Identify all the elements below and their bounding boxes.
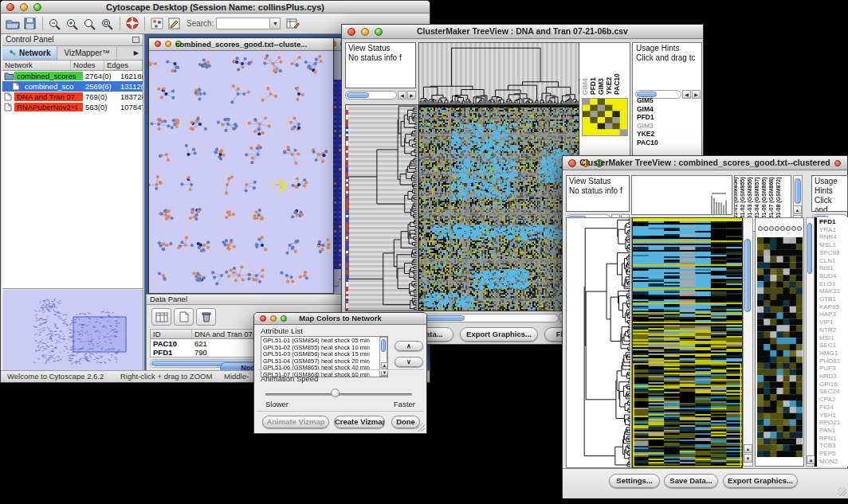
delete-attribute-icon[interactable] <box>196 308 216 326</box>
network-nodes: 2764(0) <box>83 72 118 80</box>
network-row[interactable]: RNAPuberNov2+I563(0)107847(0) <box>2 102 143 112</box>
gene-name: RPN1 <box>819 435 840 443</box>
zoom-in-icon[interactable] <box>64 16 81 32</box>
scroll-down-button[interactable]: ▼ <box>381 369 388 376</box>
treeview1-titlebar[interactable]: ClusterMaker TreeView : DNA and Tran 07-… <box>342 25 703 39</box>
zoom-fit-icon[interactable] <box>99 16 116 32</box>
search-input[interactable] <box>216 18 270 29</box>
heatmap-vscrollbar[interactable] <box>743 217 753 467</box>
scroll-left-button[interactable]: ◀ <box>398 91 406 100</box>
gene-name: PEP5 <box>819 450 840 458</box>
float-panel-icon[interactable] <box>132 37 139 43</box>
gene-name: MSL1 <box>819 241 840 249</box>
tab-network[interactable]: Network <box>2 46 57 60</box>
gene-name: PAN1 <box>819 427 840 435</box>
gene-name: PUF3 <box>819 365 840 373</box>
scroll-thumb[interactable] <box>807 223 812 274</box>
column-label: PAC10 <box>613 45 621 95</box>
column-dendrogram-area[interactable] <box>631 175 732 215</box>
document-icon <box>4 103 14 111</box>
table-options-icon[interactable] <box>151 308 171 326</box>
control-panel-title: Control Panel <box>6 35 54 44</box>
move-up-button[interactable]: ∧ <box>395 341 423 351</box>
treeview2-button-export-graphics-[interactable]: Export Graphics... <box>723 474 798 488</box>
network-list-header: Network Nodes Edges <box>2 61 143 71</box>
usage-hints-panel: Usage Hints Click and drag tc <box>634 43 701 88</box>
vizmapper-icon[interactable] <box>148 16 166 32</box>
document-icon <box>4 92 14 101</box>
move-down-button[interactable]: ∨ <box>395 357 423 367</box>
zoom-heatmap[interactable] <box>757 237 803 457</box>
scroll-up-button[interactable]: ▲ <box>793 205 802 214</box>
help-lifesaver-icon[interactable] <box>124 16 141 32</box>
gene-list-scrollbar[interactable] <box>806 217 815 467</box>
usage-hints-panel: Usage Hints Click and <box>811 175 848 212</box>
zoom-out-icon[interactable] <box>46 16 64 32</box>
cluster-matrix-thumbnail[interactable] <box>582 98 628 136</box>
scroll-left-button[interactable]: ◀ <box>682 90 691 99</box>
scroll-up-button[interactable]: ▲ <box>744 444 752 453</box>
network-tab-icon <box>9 49 17 57</box>
gene-name: SEC24 <box>819 388 840 396</box>
scroll-thumb[interactable] <box>795 178 801 204</box>
heatmap-view[interactable] <box>418 104 579 311</box>
attribute-listbox[interactable]: GPL51-01 (GSM854) heat shock 05 minGPL51… <box>261 336 388 377</box>
dialog-titlebar[interactable]: Map Colors to Network <box>254 313 426 325</box>
attribute-browser-icon[interactable] <box>284 16 301 32</box>
treeview2-title: ClusterMaker TreeView : combined_scores_… <box>563 158 847 167</box>
tab-vizmapper[interactable]: VizMapper™ <box>57 46 117 60</box>
treeview1-button-export-graphics-[interactable]: Export Graphics... <box>460 327 538 342</box>
network-row[interactable]: combined_sco2569(6)13112(15) <box>2 81 143 92</box>
network-row[interactable]: combined_scores2764(0)16218(0) <box>2 71 143 81</box>
slider-thumb[interactable] <box>331 389 340 397</box>
dialog-button-animate-vizmap: Animate Vizmap <box>262 416 329 428</box>
gene-name: YKE2 <box>637 130 658 139</box>
network-row[interactable]: DNA and Tran 07769(0)183728(0) <box>2 92 143 102</box>
search-dropdown[interactable]: ▼ <box>270 18 281 29</box>
document-icon <box>12 82 22 91</box>
column-dendrogram-marks <box>632 176 732 214</box>
gene-name: SPC98 <box>819 249 840 257</box>
gene-name: ELG1 <box>819 280 840 288</box>
status-welcome: Welcome to Cytoscape 2.6.2 <box>7 372 104 381</box>
zoom-selected-icon[interactable] <box>81 16 99 32</box>
control-panel: Control Panel Network VizMapper™ ▶ Netwo… <box>2 34 143 372</box>
gene-name: TCB3 <box>819 442 840 450</box>
scroll-right-button[interactable]: ▶ <box>407 91 416 100</box>
scroll-thumb[interactable] <box>744 239 751 312</box>
resize-grip[interactable] <box>838 487 846 496</box>
heatmap-hscrollbar[interactable]: ◀ ▶ <box>418 313 578 323</box>
view-status-scrollbar[interactable]: ◀ ▶ <box>345 90 416 100</box>
network-view-1-canvas[interactable] <box>149 51 333 293</box>
row-dendrogram[interactable] <box>345 104 418 311</box>
new-attribute-icon[interactable] <box>174 308 194 326</box>
tab-overflow-arrow[interactable]: ▶ <box>130 46 143 60</box>
resize-grip[interactable] <box>416 423 425 432</box>
gene-name: YSH1 <box>819 412 840 420</box>
scroll-up-button[interactable]: ▲ <box>381 362 388 369</box>
treeview2-button-save-data-[interactable]: Save Data... <box>664 474 718 488</box>
attribute-list-scrollbar[interactable]: ▲ ▼ <box>379 337 387 377</box>
gene-name: VIP1 <box>819 318 840 326</box>
column-labels: GIM5GIM4PFD1GIM3YKE2PAC10 <box>579 43 630 96</box>
save-icon[interactable] <box>22 16 39 32</box>
column-dendrogram[interactable] <box>418 42 579 106</box>
row-dendrogram[interactable] <box>566 217 632 468</box>
open-icon[interactable] <box>4 16 22 32</box>
birdseye-overview[interactable] <box>3 290 143 371</box>
annotation-icon[interactable] <box>166 16 183 32</box>
gene-list-panel: PFD1YRA1RNR4MSL1SPC98CLN1NIS1BUD4ELG1MAK… <box>815 217 848 467</box>
treeview2-titlebar[interactable]: ClusterMaker TreeView : combined_scores_… <box>563 156 847 170</box>
search-label: Search: <box>186 19 214 28</box>
network-window1-titlebar[interactable]: combined_scores_good.txt--cluste... <box>149 38 333 51</box>
dialog-button-create-vizmap[interactable]: Create Vizmap <box>334 416 385 428</box>
scroll-right-button[interactable]: ▶ <box>692 90 701 99</box>
gene-name: RNR4 <box>819 233 840 241</box>
heatmap-view[interactable] <box>632 217 743 468</box>
gene-name: MSI1 <box>819 334 840 342</box>
scroll-down-button[interactable]: ▼ <box>744 454 752 463</box>
scroll-thumb[interactable] <box>381 339 386 352</box>
gene-name: PFD1 <box>637 113 658 122</box>
treeview2-button-settings-[interactable]: Settings... <box>609 474 660 488</box>
main-titlebar[interactable]: Cytoscape Desktop (Session Name: collins… <box>1 1 430 14</box>
